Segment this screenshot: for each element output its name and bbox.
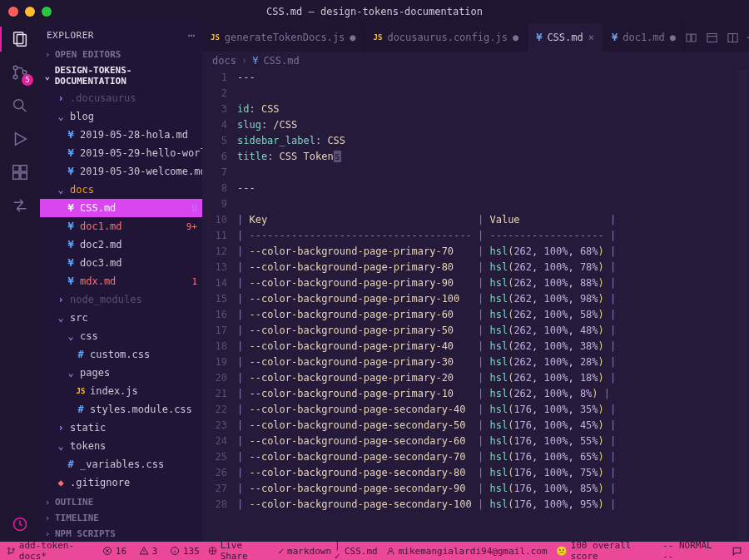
minimize-window-button[interactable]: [25, 7, 35, 17]
extensions-activity-icon[interactable]: [9, 161, 31, 183]
branch-name: add-token-docs*: [19, 540, 94, 560]
outline-section[interactable]: ›OUTLINE: [40, 494, 202, 510]
split-icon[interactable]: [727, 32, 739, 44]
tree-label: tokens: [70, 440, 106, 452]
timeline-section[interactable]: ›TIMELINE: [40, 510, 202, 526]
file-status: U: [191, 203, 197, 214]
section-label: TIMELINE: [55, 513, 99, 523]
warning-count: 3: [152, 546, 158, 557]
user-indicator[interactable]: mikemangialardi94@gmail.com: [386, 546, 548, 557]
file-label: CSS.md: [345, 546, 378, 557]
tree-row[interactable]: ⌄pages: [40, 364, 202, 382]
tab[interactable]: JSgenerateTokenDocs.js●: [202, 23, 365, 52]
editor-area: JSgenerateTokenDocs.js●JSdocusaurus.conf…: [202, 23, 749, 542]
branch-indicator[interactable]: add-token-docs*: [7, 540, 94, 560]
tree-label: index.js: [90, 385, 138, 397]
user-email: mikemangialardi94@gmail.com: [399, 546, 548, 557]
tree-label: CSS.md: [80, 202, 116, 214]
tree-row[interactable]: JSindex.js: [40, 382, 202, 400]
minimap[interactable]: [737, 70, 747, 542]
dirty-indicator-icon[interactable]: ●: [350, 32, 355, 43]
tree-row[interactable]: ⌄src: [40, 309, 202, 327]
tab-label: generateTokenDocs.js: [225, 32, 345, 43]
close-window-button[interactable]: [8, 7, 18, 17]
tree-label: 2019-05-28-hola.md: [80, 129, 188, 141]
tree-row[interactable]: #custom.css: [40, 345, 202, 364]
tree-label: pages: [80, 367, 110, 379]
chevron-right-icon: ›: [43, 497, 52, 508]
score-indicator[interactable]: 😕100 overall score: [556, 540, 653, 560]
tree-row[interactable]: ¥doc1.md9+: [40, 217, 202, 235]
dirty-indicator-icon[interactable]: ●: [513, 32, 518, 43]
close-tab-icon[interactable]: ×: [588, 32, 594, 43]
svg-rect-12: [692, 34, 696, 42]
tree-row[interactable]: ›static: [40, 419, 202, 437]
tree-row[interactable]: ›.docusaurus: [40, 89, 202, 107]
tree-label: doc3.md: [80, 257, 122, 269]
code-editor[interactable]: 1234567891011121314151617181920212223242…: [202, 70, 749, 542]
breadcrumb[interactable]: docs › ¥ CSS.md: [202, 52, 749, 70]
chevron-right-icon: ›: [43, 513, 52, 523]
tab-file-icon: JS: [374, 33, 383, 42]
scm-activity-icon[interactable]: 5: [9, 62, 31, 83]
maximize-window-button[interactable]: [42, 7, 52, 17]
tree-row[interactable]: ¥2019-05-30-welcome.md: [40, 162, 202, 181]
tree-row[interactable]: ¥doc3.md: [40, 254, 202, 272]
chevron-right-icon: ›: [241, 55, 247, 67]
search-activity-icon[interactable]: [9, 95, 31, 116]
tree-row[interactable]: ⌄tokens: [40, 437, 202, 455]
language-label: markdown: [287, 546, 331, 557]
scm-badge: 5: [22, 74, 33, 86]
preview-icon[interactable]: [706, 32, 718, 44]
tree-row[interactable]: ¥mdx.md1: [40, 272, 202, 290]
tab[interactable]: ¥doc1.md●: [603, 23, 685, 52]
tab[interactable]: JSdocusaurus.config.js●: [365, 23, 528, 52]
feedback-icon[interactable]: [732, 540, 742, 560]
breadcrumb-file[interactable]: CSS.md: [263, 55, 299, 67]
tab-actions: ⋯: [685, 23, 749, 52]
tab-label: CSS.md: [547, 32, 583, 43]
code-lines[interactable]: ---id: CSSslug: /CSSsidebar_label: CSSti…: [237, 70, 749, 542]
tab[interactable]: ¥CSS.md×: [528, 23, 603, 52]
tree-label: 2019-05-30-welcome.md: [80, 166, 202, 177]
tree-row[interactable]: ¥2019-05-28-hola.md: [40, 126, 202, 144]
tree-row[interactable]: ›node_modules: [40, 290, 202, 309]
vim-mode-indicator: -- NORMAL --: [662, 540, 722, 560]
activity-bar: 5: [0, 23, 40, 542]
tree-row[interactable]: #styles.module.css: [40, 400, 202, 419]
window-controls: [8, 7, 52, 17]
tree-row[interactable]: ¥2019-05-29-hello-world.md: [40, 144, 202, 162]
tree-row[interactable]: ⌄blog: [40, 107, 202, 126]
tab-file-icon: ¥: [612, 32, 618, 43]
tree-label: static: [70, 422, 106, 434]
liveshare-indicator[interactable]: Live Share: [208, 540, 270, 560]
tree-row[interactable]: #_variables.css: [40, 455, 202, 473]
score-label: 100 overall score: [571, 540, 653, 560]
sidebar-more-icon[interactable]: ⋯: [188, 28, 196, 42]
explorer-activity-icon[interactable]: [9, 28, 31, 50]
tree-label: doc1.md: [80, 221, 122, 232]
clock-activity-icon[interactable]: [9, 513, 31, 535]
debug-activity-icon[interactable]: [9, 128, 31, 150]
tree-label: src: [70, 312, 88, 324]
tree-row[interactable]: ¥CSS.mdU: [40, 199, 202, 217]
remote-activity-icon[interactable]: [9, 195, 31, 216]
tree-label: .gitignore: [70, 477, 130, 488]
tab-file-icon: JS: [211, 33, 220, 42]
tree-row[interactable]: ⌄css: [40, 327, 202, 345]
tab-label: doc1.md: [623, 32, 665, 43]
tree-row[interactable]: ◆.gitignore: [40, 473, 202, 492]
tree-row[interactable]: ¥doc2.md: [40, 235, 202, 254]
chevron-right-icon: ›: [43, 49, 52, 60]
compare-icon[interactable]: [685, 32, 697, 44]
problems-indicator[interactable]: 16 3 135: [102, 546, 200, 557]
tree-label: _variables.css: [80, 458, 164, 470]
dirty-indicator-icon[interactable]: ●: [670, 32, 676, 43]
breadcrumb-folder[interactable]: docs: [212, 55, 236, 67]
sidebar: EXPLORER ⋯ ›OPEN EDITORS ⌄DESIGN-TOKENS-…: [40, 23, 202, 542]
project-section[interactable]: ⌄DESIGN-TOKENS-DOCUMENTATION: [40, 62, 202, 89]
window-title: CSS.md — design-tokens-documentation: [266, 6, 483, 17]
language-indicator[interactable]: ✓ markdown | ✓ CSS.md: [278, 540, 377, 560]
tree-row[interactable]: ⌄docs: [40, 181, 202, 199]
open-editors-section[interactable]: ›OPEN EDITORS: [40, 47, 202, 62]
